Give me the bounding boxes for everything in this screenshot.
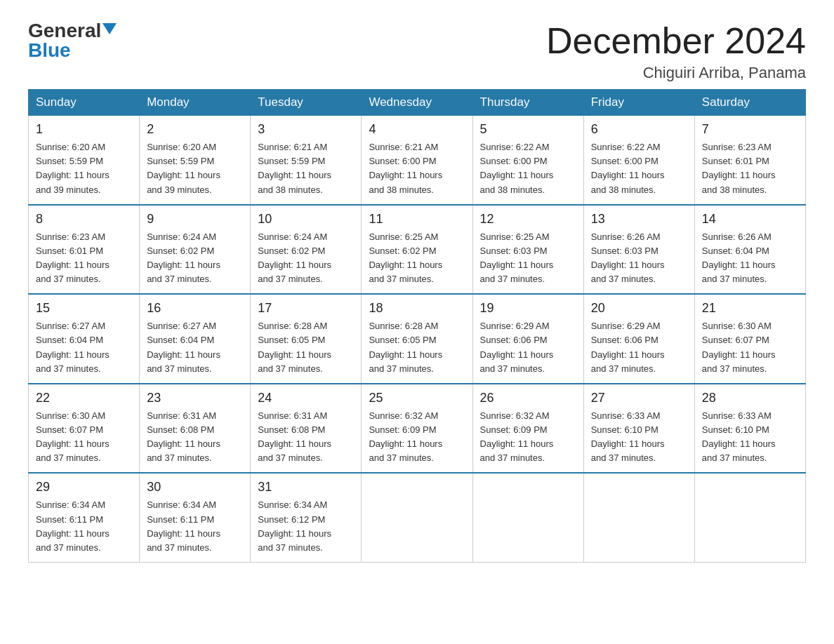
- header-saturday: Saturday: [694, 90, 805, 116]
- day-number: 4: [369, 120, 465, 139]
- day-number: 28: [702, 389, 798, 408]
- calendar-week-row: 22 Sunrise: 6:30 AMSunset: 6:07 PMDaylig…: [29, 384, 806, 474]
- day-info: Sunrise: 6:31 AMSunset: 6:08 PMDaylight:…: [147, 410, 220, 463]
- calendar-week-row: 15 Sunrise: 6:27 AMSunset: 6:04 PMDaylig…: [29, 294, 806, 384]
- calendar-cell: 22 Sunrise: 6:30 AMSunset: 6:07 PMDaylig…: [29, 384, 140, 474]
- month-title: December 2024: [546, 21, 806, 61]
- day-number: 18: [369, 299, 465, 318]
- calendar-cell: 23 Sunrise: 6:31 AMSunset: 6:08 PMDaylig…: [140, 384, 251, 474]
- day-info: Sunrise: 6:27 AMSunset: 6:04 PMDaylight:…: [36, 321, 110, 373]
- calendar-cell: 6 Sunrise: 6:22 AMSunset: 6:00 PMDayligh…: [583, 116, 694, 205]
- calendar-header-row: SundayMondayTuesdayWednesdayThursdayFrid…: [29, 90, 806, 116]
- day-number: 26: [480, 389, 576, 408]
- calendar-cell: 28 Sunrise: 6:33 AMSunset: 6:10 PMDaylig…: [694, 384, 805, 474]
- calendar-cell: 5 Sunrise: 6:22 AMSunset: 6:00 PMDayligh…: [472, 116, 583, 205]
- calendar-cell: 30 Sunrise: 6:34 AMSunset: 6:11 PMDaylig…: [140, 473, 251, 562]
- calendar-cell: 7 Sunrise: 6:23 AMSunset: 6:01 PMDayligh…: [694, 116, 805, 205]
- day-info: Sunrise: 6:26 AMSunset: 6:03 PMDaylight:…: [591, 232, 665, 284]
- calendar-table: SundayMondayTuesdayWednesdayThursdayFrid…: [28, 89, 806, 563]
- day-info: Sunrise: 6:33 AMSunset: 6:10 PMDaylight:…: [591, 410, 665, 463]
- day-info: Sunrise: 6:21 AMSunset: 5:59 PMDaylight:…: [258, 142, 331, 194]
- calendar-cell: 1 Sunrise: 6:20 AMSunset: 5:59 PMDayligh…: [29, 116, 140, 205]
- day-info: Sunrise: 6:34 AMSunset: 6:11 PMDaylight:…: [36, 499, 110, 552]
- day-number: 16: [147, 299, 243, 318]
- day-info: Sunrise: 6:23 AMSunset: 6:01 PMDaylight:…: [36, 232, 110, 284]
- day-number: 13: [591, 210, 687, 229]
- day-number: 3: [258, 120, 354, 139]
- calendar-cell: 13 Sunrise: 6:26 AMSunset: 6:03 PMDaylig…: [583, 205, 694, 295]
- day-info: Sunrise: 6:25 AMSunset: 6:03 PMDaylight:…: [480, 232, 554, 284]
- calendar-cell: 9 Sunrise: 6:24 AMSunset: 6:02 PMDayligh…: [140, 205, 251, 295]
- day-number: 5: [480, 120, 576, 139]
- day-number: 29: [36, 478, 132, 497]
- calendar-cell: 12 Sunrise: 6:25 AMSunset: 6:03 PMDaylig…: [472, 205, 583, 295]
- calendar-cell: 10 Sunrise: 6:24 AMSunset: 6:02 PMDaylig…: [251, 205, 362, 295]
- day-info: Sunrise: 6:22 AMSunset: 6:00 PMDaylight:…: [480, 142, 554, 194]
- calendar-cell: 15 Sunrise: 6:27 AMSunset: 6:04 PMDaylig…: [29, 294, 140, 384]
- day-number: 31: [258, 478, 354, 497]
- logo-triangle-icon: [102, 23, 117, 34]
- logo: General Blue: [28, 21, 117, 60]
- day-number: 22: [36, 389, 132, 408]
- header-thursday: Thursday: [472, 90, 583, 116]
- day-number: 9: [147, 210, 243, 229]
- day-info: Sunrise: 6:24 AMSunset: 6:02 PMDaylight:…: [258, 232, 331, 284]
- day-info: Sunrise: 6:20 AMSunset: 5:59 PMDaylight:…: [36, 142, 110, 194]
- day-number: 6: [591, 120, 687, 139]
- header-wednesday: Wednesday: [362, 90, 472, 116]
- day-number: 12: [480, 210, 576, 229]
- page-header: General Blue December 2024 Chiguiri Arri…: [28, 21, 806, 82]
- day-info: Sunrise: 6:32 AMSunset: 6:09 PMDaylight:…: [480, 410, 554, 463]
- day-info: Sunrise: 6:34 AMSunset: 6:11 PMDaylight:…: [147, 499, 220, 552]
- location-subtitle: Chiguiri Arriba, Panama: [546, 64, 806, 82]
- calendar-cell: 2 Sunrise: 6:20 AMSunset: 5:59 PMDayligh…: [140, 116, 251, 205]
- day-number: 17: [258, 299, 354, 318]
- day-number: 2: [147, 120, 243, 139]
- calendar-week-row: 1 Sunrise: 6:20 AMSunset: 5:59 PMDayligh…: [29, 116, 806, 205]
- day-number: 8: [36, 210, 132, 229]
- day-number: 24: [258, 389, 354, 408]
- day-info: Sunrise: 6:23 AMSunset: 6:01 PMDaylight:…: [702, 142, 776, 194]
- day-info: Sunrise: 6:31 AMSunset: 6:08 PMDaylight:…: [258, 410, 331, 463]
- calendar-cell: [583, 473, 694, 562]
- calendar-cell: 8 Sunrise: 6:23 AMSunset: 6:01 PMDayligh…: [29, 205, 140, 295]
- logo-blue-text: Blue: [28, 41, 71, 60]
- day-info: Sunrise: 6:30 AMSunset: 6:07 PMDaylight:…: [36, 410, 110, 463]
- title-area: December 2024 Chiguiri Arriba, Panama: [546, 21, 806, 82]
- calendar-cell: 20 Sunrise: 6:29 AMSunset: 6:06 PMDaylig…: [583, 294, 694, 384]
- calendar-week-row: 8 Sunrise: 6:23 AMSunset: 6:01 PMDayligh…: [29, 205, 806, 295]
- day-number: 1: [36, 120, 132, 139]
- day-info: Sunrise: 6:26 AMSunset: 6:04 PMDaylight:…: [702, 232, 776, 284]
- calendar-cell: [472, 473, 583, 562]
- day-number: 21: [702, 299, 798, 318]
- day-info: Sunrise: 6:29 AMSunset: 6:06 PMDaylight:…: [480, 321, 554, 373]
- calendar-cell: 16 Sunrise: 6:27 AMSunset: 6:04 PMDaylig…: [140, 294, 251, 384]
- day-info: Sunrise: 6:20 AMSunset: 5:59 PMDaylight:…: [147, 142, 220, 194]
- day-number: 11: [369, 210, 465, 229]
- calendar-cell: 27 Sunrise: 6:33 AMSunset: 6:10 PMDaylig…: [583, 384, 694, 474]
- day-info: Sunrise: 6:30 AMSunset: 6:07 PMDaylight:…: [702, 321, 776, 373]
- day-number: 14: [702, 210, 798, 229]
- calendar-cell: 3 Sunrise: 6:21 AMSunset: 5:59 PMDayligh…: [251, 116, 362, 205]
- day-number: 15: [36, 299, 132, 318]
- day-number: 30: [147, 478, 243, 497]
- calendar-cell: 25 Sunrise: 6:32 AMSunset: 6:09 PMDaylig…: [362, 384, 472, 474]
- day-number: 27: [591, 389, 687, 408]
- header-tuesday: Tuesday: [251, 90, 362, 116]
- calendar-cell: 11 Sunrise: 6:25 AMSunset: 6:02 PMDaylig…: [362, 205, 472, 295]
- calendar-cell: 4 Sunrise: 6:21 AMSunset: 6:00 PMDayligh…: [362, 116, 472, 205]
- day-info: Sunrise: 6:27 AMSunset: 6:04 PMDaylight:…: [147, 321, 220, 373]
- calendar-cell: [694, 473, 805, 562]
- day-info: Sunrise: 6:25 AMSunset: 6:02 PMDaylight:…: [369, 232, 442, 284]
- calendar-week-row: 29 Sunrise: 6:34 AMSunset: 6:11 PMDaylig…: [29, 473, 806, 562]
- day-info: Sunrise: 6:29 AMSunset: 6:06 PMDaylight:…: [591, 321, 665, 373]
- header-sunday: Sunday: [29, 90, 140, 116]
- calendar-cell: 24 Sunrise: 6:31 AMSunset: 6:08 PMDaylig…: [251, 384, 362, 474]
- calendar-cell: 17 Sunrise: 6:28 AMSunset: 6:05 PMDaylig…: [251, 294, 362, 384]
- header-friday: Friday: [583, 90, 694, 116]
- day-info: Sunrise: 6:32 AMSunset: 6:09 PMDaylight:…: [369, 410, 442, 463]
- day-info: Sunrise: 6:22 AMSunset: 6:00 PMDaylight:…: [591, 142, 665, 194]
- day-info: Sunrise: 6:21 AMSunset: 6:00 PMDaylight:…: [369, 142, 442, 194]
- day-number: 25: [369, 389, 465, 408]
- day-info: Sunrise: 6:33 AMSunset: 6:10 PMDaylight:…: [702, 410, 776, 463]
